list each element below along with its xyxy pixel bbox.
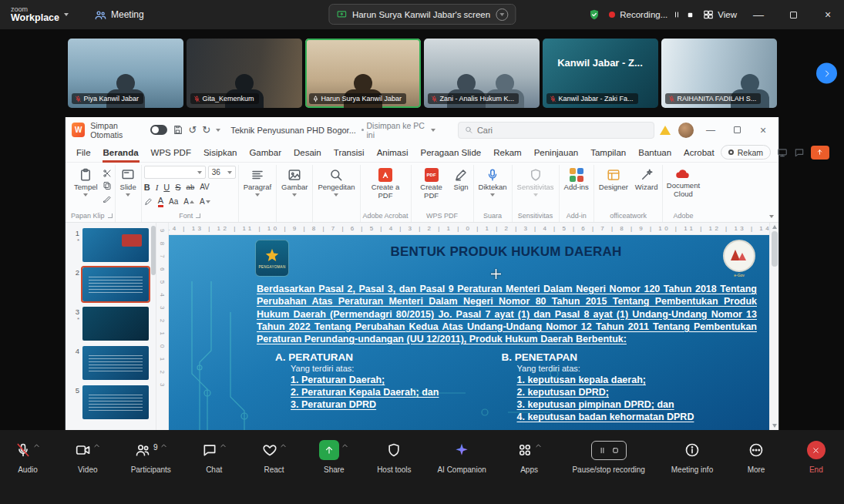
underline-button[interactable]: U: [163, 183, 170, 192]
create-pdf-button[interactable]: PDF Create PDF: [414, 166, 449, 200]
insert-picture-button[interactable]: Gambar: [279, 166, 310, 197]
character-spacing-button[interactable]: AV: [200, 183, 210, 191]
slide-thumbnail-item[interactable]: 5: [70, 385, 154, 419]
view-button[interactable]: View: [703, 9, 737, 20]
apps-control[interactable]: Apps: [513, 440, 546, 474]
shared-screen-tab[interactable]: Harun Surya Kanwil Jabar's screen: [328, 4, 516, 25]
maximize-window-button[interactable]: [780, 0, 806, 29]
redo-button[interactable]: ↻: [202, 125, 210, 135]
quick-access-chevron-icon[interactable]: [216, 129, 220, 132]
sign-button[interactable]: Sign: [452, 166, 471, 192]
participant-video-tile[interactable]: RAIHANITA FADILAH S...: [661, 39, 777, 108]
video-control[interactable]: Video: [71, 440, 105, 474]
active-speaker-video-tile[interactable]: Harun Surya Kanwil Jabar: [305, 39, 421, 108]
tab-meeting[interactable]: Meeting: [95, 9, 144, 21]
slide-thumbnail-item[interactable]: 4: [70, 346, 154, 380]
addins-button[interactable]: Add-ins: [562, 166, 591, 192]
security-shield-icon[interactable]: [588, 8, 600, 21]
dialog-launcher-icon[interactable]: [108, 213, 113, 218]
next-participants-button[interactable]: [816, 63, 837, 84]
sensitivity-button[interactable]: Sensitivitas: [515, 166, 557, 197]
chevron-up-icon[interactable]: [93, 442, 100, 449]
designer-button[interactable]: Designer: [597, 166, 630, 192]
participant-video-tile[interactable]: Gita_Kemenkum: [187, 39, 302, 108]
minimize-window-button[interactable]: —: [745, 0, 772, 29]
present-display-icon[interactable]: [777, 147, 788, 158]
warning-icon[interactable]: [660, 126, 671, 135]
undo-button[interactable]: ↺: [188, 125, 197, 135]
audio-control[interactable]: Audio: [11, 440, 45, 474]
chevron-up-icon[interactable]: [33, 442, 40, 449]
autosave-control[interactable]: Simpan Otomatis: [90, 121, 167, 139]
scroll-down-icon[interactable]: [772, 424, 777, 428]
participant-video-tile[interactable]: Kanwil Jabar - Z... Kanwil Jabar - Zaki …: [543, 39, 658, 108]
format-painter-icon[interactable]: [103, 193, 112, 203]
font-name-combo[interactable]: [144, 166, 206, 179]
save-button[interactable]: [173, 125, 183, 135]
record-button[interactable]: Rekam: [721, 145, 771, 160]
meeting-info-control[interactable]: Meeting info: [671, 440, 713, 474]
paste-button[interactable]: Tempel: [72, 166, 100, 197]
close-window-button[interactable]: ×: [815, 0, 841, 29]
pause-recording-icon[interactable]: [672, 10, 681, 19]
chevron-up-icon[interactable]: [341, 442, 348, 449]
font-color-button[interactable]: A: [158, 196, 163, 207]
menu-peninjauan[interactable]: Peninjauan: [528, 143, 585, 163]
chevron-up-icon[interactable]: [160, 442, 167, 449]
menu-tampilan[interactable]: Tampilan: [584, 143, 632, 163]
dialog-launcher-icon[interactable]: [196, 213, 200, 218]
italic-button[interactable]: I: [156, 183, 159, 192]
wps-minimize-button[interactable]: —: [701, 125, 720, 136]
ai-companion-control[interactable]: AI Companion: [437, 440, 486, 474]
slide-4-thumbnail[interactable]: [82, 346, 149, 380]
participants-control[interactable]: 9 Participants: [131, 440, 171, 474]
copy-icon[interactable]: [103, 181, 112, 190]
slide-title[interactable]: BENTUK PRODUK HUKUM DAERAH: [297, 244, 715, 260]
search-input[interactable]: [477, 126, 647, 135]
font-size-combo[interactable]: 36: [208, 166, 236, 179]
end-meeting-control[interactable]: End: [799, 440, 833, 474]
current-slide[interactable]: PENGAYOMAN BENTUK PRODUK HUKUM DAERAH e-…: [169, 235, 769, 430]
menu-beranda[interactable]: Beranda: [97, 143, 145, 163]
share-document-button[interactable]: [811, 146, 829, 160]
slide-thumbnail-item[interactable]: 3*: [70, 307, 154, 341]
react-control[interactable]: React: [257, 440, 291, 474]
slide-canvas[interactable]: PENGAYOMAN BENTUK PRODUK HUKUM DAERAH e-…: [169, 235, 769, 430]
wizard-button[interactable]: Wizard: [633, 166, 661, 192]
chat-control[interactable]: Chat: [197, 440, 231, 474]
new-slide-button[interactable]: Slide: [118, 166, 139, 197]
scrollbar-thumb[interactable]: [772, 231, 778, 267]
panel-scrollbar[interactable]: [151, 226, 156, 275]
editing-button[interactable]: Pengeditan: [315, 166, 357, 197]
paragraph-button[interactable]: Paragraf: [241, 166, 274, 197]
vertical-scrollbar[interactable]: [769, 223, 778, 430]
host-tools-control[interactable]: Host tools: [377, 440, 411, 474]
comment-icon[interactable]: [794, 147, 805, 158]
autosave-toggle[interactable]: [150, 125, 168, 135]
menu-wps-pdf[interactable]: WPS PDF: [145, 143, 197, 163]
menu-desain[interactable]: Desain: [287, 143, 328, 163]
pause-stop-recording-control[interactable]: Pause/stop recording: [572, 440, 645, 474]
wps-close-button[interactable]: ×: [754, 124, 772, 136]
chevron-up-icon[interactable]: [280, 442, 287, 449]
cut-icon[interactable]: [103, 169, 112, 178]
chevron-up-icon[interactable]: [535, 442, 542, 449]
strikethrough-button[interactable]: S: [175, 183, 180, 192]
shrink-font-button[interactable]: A: [200, 197, 210, 206]
grow-font-button[interactable]: A: [183, 197, 194, 206]
participant-video-tile[interactable]: Zani - Analis Hukum K...: [424, 39, 540, 108]
share-control[interactable]: Share: [317, 440, 351, 474]
collapse-ribbon-icon[interactable]: [769, 215, 774, 218]
zoom-workplace-menu[interactable]: zoom Workplace: [0, 6, 69, 24]
text-effects-button[interactable]: Aa: [169, 197, 178, 206]
slide-thumbnail-item[interactable]: 2: [70, 267, 154, 301]
dictate-button[interactable]: Diktekan: [476, 166, 509, 197]
create-a-pdf-button[interactable]: Create a PDF: [368, 166, 403, 200]
slide-5-thumbnail[interactable]: [82, 385, 149, 419]
bold-button[interactable]: B: [144, 183, 150, 192]
menu-rekam[interactable]: Rekam: [487, 143, 527, 163]
menu-peragaan-slide[interactable]: Peragaan Slide: [415, 143, 488, 163]
search-box[interactable]: [458, 122, 654, 139]
subscript-button[interactable]: ab: [187, 183, 195, 191]
share-options-icon[interactable]: [496, 8, 508, 21]
